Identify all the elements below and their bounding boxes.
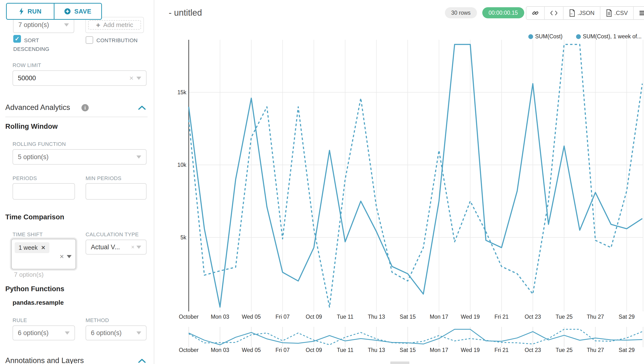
section-divider xyxy=(5,117,148,117)
x-axis-tick-label: Oct 09 xyxy=(306,314,322,320)
y-axis-tick-label: 15k xyxy=(178,89,186,96)
x-axis-tick-label: Sat 15 xyxy=(400,314,416,320)
series-line-dashed xyxy=(189,44,642,307)
superset-explore-screen: RUN SAVE 7 option(s) + Add metric ✓ SORT… xyxy=(0,0,644,364)
time-shift-label: TIME SHIFT xyxy=(12,232,43,238)
calculation-type-label: CALCULATION TYPE xyxy=(86,232,138,238)
rolling-function-select[interactable]: 5 option(s) xyxy=(12,149,146,165)
periods-label: PERIODS xyxy=(12,175,37,182)
rolling-function-value: 5 option(s) xyxy=(18,153,134,161)
time-shift-hint: 7 option(s) xyxy=(14,271,44,278)
mini-x-axis-tick-label: Sat 29 xyxy=(619,347,635,353)
chart-panel: - untitled 30 rows 00:00:00.15 ‹› xyxy=(154,0,644,364)
x-axis-tick-label: Tue 25 xyxy=(556,314,573,320)
mini-x-axis-tick-label: October xyxy=(179,347,198,353)
min-periods-label: MIN PERIODS xyxy=(86,175,122,182)
contribution-checkbox[interactable] xyxy=(86,36,93,44)
sort-descending-label: SORT DESCENDING xyxy=(13,36,54,54)
mini-x-axis-tick-label: Thu 13 xyxy=(368,347,385,353)
mini-x-axis-tick-label: Mon 17 xyxy=(430,347,448,353)
periods-input[interactable] xyxy=(12,183,75,200)
rolling-function-label: ROLLING FUNCTION xyxy=(12,141,66,147)
info-icon: i xyxy=(82,104,89,111)
clear-icon[interactable]: × xyxy=(60,253,64,260)
mini-x-axis-tick-label: Sat 15 xyxy=(400,347,416,353)
collapse-chevron-icon[interactable] xyxy=(138,105,146,110)
x-axis-tick-label: Fri 07 xyxy=(276,314,290,320)
advanced-analytics-header[interactable]: Advanced Analytics xyxy=(5,103,70,112)
rule-value: 6 option(s) xyxy=(18,329,62,337)
time-shift-multiselect[interactable]: 1 week ✕ × xyxy=(11,239,76,270)
y-axis-tick-label: 10k xyxy=(178,162,186,168)
time-shift-tag: 1 week ✕ xyxy=(15,242,50,253)
method-value: 6 option(s) xyxy=(91,329,134,337)
add-metric-button[interactable]: + Add metric xyxy=(88,20,141,30)
rolling-window-header: Rolling Window xyxy=(5,122,58,130)
collapse-chevron-icon[interactable] xyxy=(138,358,146,364)
mini-x-axis-tick-label: Fri 07 xyxy=(276,347,290,353)
run-save-button-group: RUN SAVE xyxy=(6,3,102,20)
run-button-label: RUN xyxy=(28,8,42,15)
plus-circle-icon xyxy=(64,8,71,15)
chevron-down-icon xyxy=(136,332,141,334)
mini-x-axis-tick-label: Wed 19 xyxy=(461,347,480,353)
x-axis-tick-label: Wed 05 xyxy=(242,314,261,320)
clear-icon[interactable]: × xyxy=(131,244,134,250)
chevron-down-icon xyxy=(64,24,69,26)
mini-x-axis-tick-label: Tue 11 xyxy=(337,347,353,353)
mini-x-axis-tick-label: Oct 23 xyxy=(525,347,541,353)
x-axis-tick-label: Oct 23 xyxy=(525,314,541,320)
resize-handle[interactable] xyxy=(390,362,409,364)
timeseries-line-chart[interactable]: 5k10k15kOctoberMon 03Wed 05Fri 07Oct 09T… xyxy=(154,0,644,364)
clear-icon[interactable]: × xyxy=(129,74,134,82)
pandas-resample-label: pandas.resample xyxy=(12,299,64,306)
x-axis-tick-label: Sat 29 xyxy=(619,314,635,320)
row-limit-select[interactable]: 50000 × xyxy=(12,70,146,86)
mini-x-axis-tick-label: Thu 27 xyxy=(587,347,604,353)
rule-select[interactable]: 6 option(s) xyxy=(12,326,75,340)
annotations-layers-header[interactable]: Annotations and Layers xyxy=(5,356,84,364)
mini-series-line-dashed xyxy=(189,329,642,345)
chevron-down-icon xyxy=(67,255,72,258)
series-line-solid xyxy=(189,44,642,307)
save-button[interactable]: SAVE xyxy=(54,4,102,19)
python-functions-header: Python Functions xyxy=(5,285,64,293)
calculation-type-select[interactable]: Actual V... × xyxy=(86,240,146,254)
x-axis-tick-label: Wed 19 xyxy=(461,314,480,320)
time-comparison-header: Time Comparison xyxy=(5,213,64,221)
rule-label: RULE xyxy=(12,317,27,324)
run-button[interactable]: RUN xyxy=(7,4,54,19)
series-limit-metric-value: 7 option(s) xyxy=(18,21,61,29)
control-panel-sidebar: RUN SAVE 7 option(s) + Add metric ✓ SORT… xyxy=(0,0,154,364)
lightning-icon xyxy=(19,8,24,15)
x-axis-tick-label: Mon 17 xyxy=(430,314,448,320)
y-axis-tick-label: 5k xyxy=(180,234,186,240)
chevron-down-icon xyxy=(136,246,141,249)
mini-x-axis-tick-label: Mon 03 xyxy=(211,347,229,353)
x-axis-tick-label: Thu 27 xyxy=(587,314,604,320)
remove-tag-icon[interactable]: ✕ xyxy=(41,245,45,251)
time-shift-tag-label: 1 week xyxy=(18,244,38,251)
calculation-type-value: Actual V... xyxy=(91,244,130,251)
mini-series-line-solid xyxy=(189,329,642,345)
chevron-down-icon xyxy=(136,156,141,158)
x-axis-tick-label: Thu 13 xyxy=(368,314,385,320)
row-limit-value: 50000 xyxy=(18,74,126,82)
min-periods-input[interactable] xyxy=(86,183,146,200)
mini-x-axis-tick-label: Oct 09 xyxy=(306,347,322,353)
mini-x-axis-tick-label: Fri 21 xyxy=(494,347,509,353)
chevron-down-icon xyxy=(65,332,70,334)
row-limit-label: ROW LIMIT xyxy=(12,62,41,68)
x-axis-tick-label: Fri 21 xyxy=(494,314,509,320)
mini-x-axis-tick-label: Wed 05 xyxy=(242,347,261,353)
contribution-label: CONTRIBUTION xyxy=(96,37,138,44)
method-label: METHOD xyxy=(86,317,109,324)
chevron-down-icon xyxy=(136,77,141,80)
method-select[interactable]: 6 option(s) xyxy=(86,326,146,340)
plus-icon: + xyxy=(96,21,100,29)
x-axis-tick-label: Mon 03 xyxy=(211,314,229,320)
add-metric-label: Add metric xyxy=(103,21,133,29)
save-button-label: SAVE xyxy=(74,8,91,15)
x-axis-tick-label: October xyxy=(179,314,198,320)
x-axis-tick-label: Tue 11 xyxy=(337,314,353,320)
